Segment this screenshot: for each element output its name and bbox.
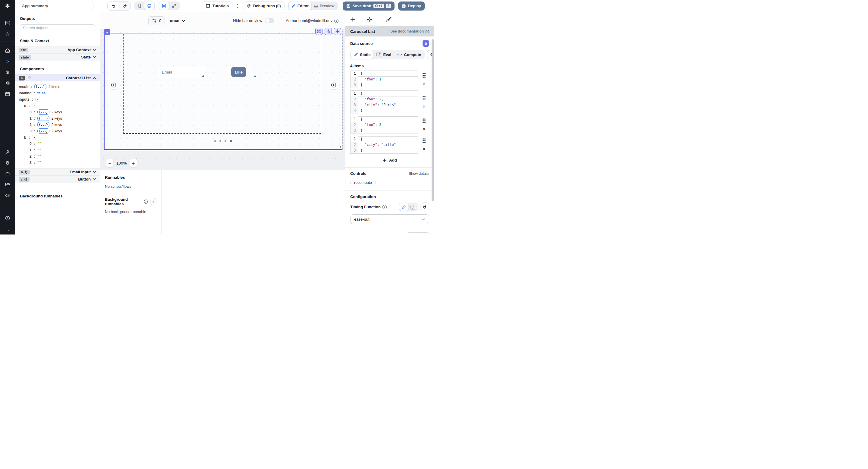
carousel-inner-container[interactable] — [123, 34, 321, 134]
expand-component-button[interactable] — [315, 28, 322, 35]
tree-row-inputs[interactable]: inputs:- — [19, 96, 100, 102]
tree-row-c[interactable]: c:- — [19, 102, 100, 109]
timing-eval-button[interactable]: ƒ — [408, 203, 417, 211]
recompute-button[interactable]: recompute — [350, 179, 376, 186]
delete-item-button[interactable]: × — [423, 127, 425, 131]
sidebar-item-audit-eye-icon[interactable] — [0, 190, 15, 201]
ctx-row[interactable]: ctx App Context — [15, 46, 100, 53]
sidebar-item-schedules-icon[interactable] — [0, 88, 15, 99]
see-documentation-link[interactable]: See documentation — [390, 29, 429, 33]
refresh-count-button[interactable]: 0 — [148, 16, 165, 25]
windmill-logo[interactable]: ✻ — [0, 0, 15, 12]
centered-layout-button[interactable] — [159, 2, 169, 10]
add-item-button[interactable]: Add — [382, 158, 397, 162]
search-outputs-input[interactable] — [20, 24, 95, 31]
hide-bar-toggle[interactable] — [265, 18, 274, 23]
tree-expand-badge[interactable]: {...} — [37, 110, 50, 115]
save-draft-button[interactable]: Save draft CtrlS — [343, 1, 395, 10]
deploy-button[interactable]: Deploy — [398, 1, 425, 10]
zoom-in-button[interactable]: + — [130, 159, 137, 167]
resize-handle[interactable] — [338, 146, 341, 148]
sidebar-item-runs-icon[interactable]: ▷ — [0, 56, 15, 67]
undo-button[interactable] — [107, 1, 119, 10]
styling-show-button[interactable]: Show — [407, 232, 429, 234]
sidebar-item-expand-arrow-icon[interactable]: → — [0, 224, 15, 234]
resize-handle[interactable] — [254, 75, 256, 77]
move-component-button[interactable] — [334, 28, 341, 35]
app-page[interactable]: a Lille — [104, 29, 342, 151]
tree-row-2[interactable]: 2:{...}2 keys — [19, 122, 100, 128]
desktop-view-button[interactable] — [144, 2, 154, 10]
insert-component-tab[interactable] — [345, 16, 360, 26]
tree-row-3[interactable]: 3:{...}2 keys — [19, 128, 100, 134]
selected-component-chip[interactable]: a — [104, 29, 110, 35]
timing-static-button[interactable] — [399, 203, 408, 211]
drag-handle-icon[interactable] — [423, 96, 426, 101]
sidebar-item-users-icon[interactable] — [0, 147, 15, 157]
json-editor[interactable]: 1{2 "city": "Lille"3} — [350, 136, 418, 154]
component-settings-tab[interactable] — [360, 16, 379, 27]
tree-expand-badge[interactable]: {...} — [37, 122, 50, 127]
static-mode-button[interactable]: Static — [351, 50, 373, 59]
button-component-wrapper[interactable]: Lille — [225, 66, 252, 78]
email-input-component[interactable] — [159, 67, 204, 77]
scrollbar-thumb[interactable] — [432, 39, 434, 201]
tree-expand-badge[interactable]: {...} — [37, 128, 50, 133]
component-a-row[interactable]: a Carousel List — [15, 74, 100, 82]
sidebar-item-settings-gear-icon[interactable]: ⚙ — [0, 157, 15, 168]
sidebar-item-resources-icon[interactable] — [0, 77, 15, 88]
tutorials-button[interactable]: Tutorials — [202, 1, 232, 10]
resize-handle[interactable] — [202, 75, 204, 77]
tree-expand-badge[interactable]: [...] — [34, 84, 46, 89]
add-background-runnable-button[interactable]: + — [150, 198, 156, 205]
rename-pencil-icon[interactable] — [27, 76, 31, 80]
carousel-dot-2[interactable] — [219, 140, 221, 142]
carousel-next-button[interactable] — [330, 81, 338, 89]
redo-button[interactable] — [119, 1, 130, 10]
debug-runs-button[interactable]: Debug runs (0) — [243, 1, 284, 10]
info-icon[interactable]: i — [382, 205, 387, 209]
compute-mode-button[interactable]: <> Compute — [394, 50, 424, 59]
tree-row-0[interactable]: 0:"" — [19, 140, 100, 147]
tree-row-1[interactable]: 1:"" — [19, 147, 100, 153]
tree-expand-badge[interactable]: - — [32, 135, 37, 140]
tree-row-0[interactable]: 0:{...}2 keys — [19, 109, 100, 115]
zoom-out-button[interactable]: − — [106, 159, 113, 167]
carousel-prev-button[interactable] — [110, 81, 118, 89]
tree-row-loading[interactable]: loading:false — [19, 90, 100, 96]
component-c-row[interactable]: c Button — [15, 176, 100, 183]
app-canvas[interactable]: a Lille — [100, 29, 345, 170]
preview-tab[interactable]: ◎ Preview — [311, 2, 337, 10]
editor-tab[interactable]: Editor — [289, 2, 312, 10]
sidebar-item-folders-icon[interactable] — [0, 179, 15, 190]
delete-item-button[interactable]: × — [423, 82, 425, 86]
drag-handle-icon[interactable] — [423, 138, 426, 143]
connect-plug-button[interactable] — [420, 202, 429, 211]
more-menu-button[interactable]: ⋮ — [236, 3, 240, 9]
tree-row-1[interactable]: 1:{...}2 keys — [19, 115, 100, 122]
json-editor[interactable]: 1{2 "foo": 2,3 "city": "Paris"4} — [350, 90, 418, 114]
info-icon[interactable]: i — [334, 19, 338, 23]
sidebar-item-help-icon[interactable]: ? — [0, 213, 15, 224]
drag-handle-icon[interactable] — [423, 73, 426, 78]
mobile-view-button[interactable] — [135, 2, 144, 10]
sidebar-item-favorites-star-icon[interactable]: ☆ — [0, 28, 15, 39]
sidebar-item-variables-dollar-icon[interactable]: $ — [0, 67, 15, 77]
delete-item-button[interactable]: × — [423, 104, 425, 109]
drag-handle-icon[interactable] — [423, 119, 426, 123]
eval-mode-button[interactable]: ƒ Eval — [373, 50, 394, 59]
anchor-component-button[interactable] — [324, 28, 332, 35]
tree-expand-badge[interactable]: - — [32, 103, 37, 108]
delete-item-button[interactable]: × — [423, 147, 425, 151]
component-b-row[interactable]: b Email Input — [15, 168, 100, 176]
tree-row-b[interactable]: b:- — [19, 134, 100, 140]
sidebar-item-home-icon[interactable] — [0, 45, 15, 56]
carousel-dot-3[interactable] — [224, 140, 226, 142]
info-icon[interactable]: i — [144, 199, 148, 204]
schedule-dropdown[interactable]: once — [170, 19, 185, 23]
tree-row-result[interactable]: result:[...]4 items — [19, 84, 100, 90]
carousel-dot-1[interactable] — [214, 140, 216, 142]
tree-row-3[interactable]: 3:"" — [19, 159, 100, 166]
fullwidth-layout-button[interactable] — [169, 2, 179, 10]
sidebar-item-workers-icon[interactable] — [0, 168, 15, 179]
